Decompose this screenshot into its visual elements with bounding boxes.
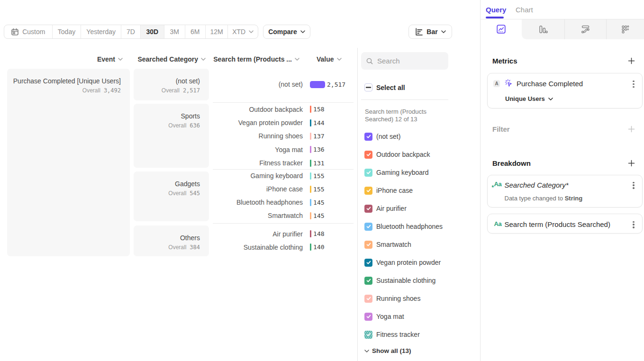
term-label: Bluetooth headphones <box>213 196 303 209</box>
value-bar <box>310 106 311 113</box>
search-icon <box>366 57 373 65</box>
legend-checkbox[interactable] <box>364 277 372 285</box>
breakdown-menu-kebab[interactable] <box>632 182 635 189</box>
insights-icon <box>497 25 506 34</box>
metric-card[interactable]: A Purchase Completed Unique Users <box>487 73 643 108</box>
legend-checkbox[interactable] <box>364 241 372 249</box>
legend-item-label: Bluetooth headphones <box>376 223 443 230</box>
report-tab-retention[interactable] <box>606 19 644 40</box>
string-property-icon: Aa <box>494 220 503 229</box>
check-icon <box>366 314 372 319</box>
legend-checkbox[interactable] <box>364 331 372 339</box>
term-value: 155 <box>313 169 324 182</box>
breakdown-card-search-term[interactable]: Aa Search term (Products Searched) <box>487 214 643 234</box>
column-header-searched-category[interactable]: Searched Category <box>137 55 206 63</box>
term-value: 158 <box>313 103 324 116</box>
breakdown-property-name[interactable]: Searched Category* <box>505 181 569 189</box>
value-bar <box>310 212 311 219</box>
date-range-selector: CustomTodayYesterday7D30D3M6M12MXTD <box>4 25 258 39</box>
column-header-event[interactable]: Event <box>97 55 123 63</box>
add-filter-button[interactable] <box>628 126 635 133</box>
legend-item-label: Gaming keyboard <box>376 169 429 176</box>
legend-checkbox[interactable] <box>364 295 372 303</box>
compare-button[interactable]: Compare <box>263 25 310 39</box>
metric-event-name[interactable]: Purchase Completed <box>517 80 583 88</box>
tab-chart[interactable]: Chart <box>516 6 533 14</box>
legend-item-label: Air purifier <box>376 205 407 212</box>
check-icon <box>366 206 372 211</box>
legend-item-outdoor-backpack[interactable]: Outdoor backpack <box>364 150 430 159</box>
add-metric-button[interactable] <box>628 57 635 64</box>
legend-item-smartwatch[interactable]: Smartwatch <box>364 240 411 249</box>
legend-item-label: Smartwatch <box>376 241 411 248</box>
legend-checkbox[interactable] <box>364 133 372 141</box>
legend-checkbox[interactable] <box>364 205 372 213</box>
date-range-30d[interactable]: 30D <box>141 25 164 38</box>
term-value: 144 <box>313 116 324 129</box>
date-range-7d[interactable]: 7D <box>121 25 141 38</box>
select-all-checkbox[interactable] <box>364 83 372 91</box>
term-row[interactable]: Fitness tracker 131 <box>0 156 644 170</box>
date-range-custom[interactable]: Custom <box>4 25 53 38</box>
group-separator <box>213 223 354 224</box>
column-header-value[interactable]: Value <box>317 55 342 63</box>
term-row[interactable]: Sustainable clothing 140 <box>0 241 644 254</box>
value-bar <box>310 186 311 193</box>
legend-checkbox[interactable] <box>364 151 372 159</box>
chevron-down-icon <box>300 30 305 33</box>
legend-item-running-shoes[interactable]: Running shoes <box>364 294 420 303</box>
date-range-today[interactable]: Today <box>53 25 82 38</box>
legend-item--not-set-[interactable]: (not set) <box>364 132 400 141</box>
legend-item-sustainable-clothing[interactable]: Sustainable clothing <box>364 276 435 285</box>
date-range-6m[interactable]: 6M <box>185 25 206 38</box>
legend-item-gaming-keyboard[interactable]: Gaming keyboard <box>364 168 429 177</box>
show-all-toggle[interactable]: Show all (13) <box>364 347 411 354</box>
chart-type-button[interactable]: Bar <box>408 25 452 39</box>
group-separator <box>213 102 354 103</box>
plus-icon <box>629 161 635 166</box>
breakdown-menu-kebab[interactable] <box>632 221 635 228</box>
term-row[interactable]: Yoga mat 136 <box>0 143 644 156</box>
report-tab-flows[interactable] <box>564 19 607 40</box>
search-input[interactable] <box>377 57 439 65</box>
select-all-row[interactable]: Select all <box>364 83 405 92</box>
legend-checkbox[interactable] <box>364 223 372 231</box>
check-icon <box>366 242 372 247</box>
value-bar <box>310 133 311 140</box>
date-range-3m[interactable]: 3M <box>164 25 185 38</box>
breakdown-property-name[interactable]: Search term (Products Searched) <box>505 220 610 228</box>
term-value: 155 <box>313 182 324 196</box>
legend-checkbox[interactable] <box>364 187 372 195</box>
report-tab-insights[interactable] <box>480 19 522 40</box>
chevron-down-icon <box>364 350 369 352</box>
column-header-search-term[interactable]: Search term (Products ... <box>213 55 299 63</box>
legend-item-fitness-tracker[interactable]: Fitness tracker <box>364 330 420 339</box>
value-bar <box>310 146 311 153</box>
aggregation-selector[interactable]: Unique Users <box>505 95 553 102</box>
breakdown-card-searched-category[interactable]: Aa* Searched Category* Data type changed… <box>487 175 643 208</box>
term-label: Smartwatch <box>213 209 303 222</box>
legend-item-air-purifier[interactable]: Air purifier <box>364 204 407 213</box>
check-icon <box>366 260 372 265</box>
term-value: 148 <box>313 227 324 241</box>
legend-item-yoga-mat[interactable]: Yoga mat <box>364 312 404 321</box>
date-range-xtd[interactable]: XTD <box>228 25 258 38</box>
check-icon <box>366 188 372 193</box>
legend-checkbox[interactable] <box>364 259 372 267</box>
value-bar <box>310 230 311 237</box>
legend-item-vegan-protein-powder[interactable]: Vegan protein powder <box>364 258 441 267</box>
legend-checkbox[interactable] <box>364 313 372 321</box>
chevron-down-icon <box>249 30 254 33</box>
report-tab-funnels[interactable] <box>522 19 564 40</box>
legend-item-bluetooth-headphones[interactable]: Bluetooth headphones <box>364 222 443 231</box>
legend-checkbox[interactable] <box>364 169 372 177</box>
term-row[interactable]: Running shoes 137 <box>0 129 644 143</box>
add-breakdown-button[interactable] <box>628 160 635 167</box>
date-range-yesterday[interactable]: Yesterday <box>81 25 121 38</box>
date-range-12m[interactable]: 12M <box>206 25 228 38</box>
legend-item-iphone-case[interactable]: iPhone case <box>364 186 413 195</box>
term-value: 140 <box>313 241 324 254</box>
term-row[interactable]: Vegan protein powder 144 <box>0 116 644 129</box>
metric-menu-kebab[interactable] <box>632 81 635 88</box>
tab-query[interactable]: Query <box>486 6 506 14</box>
